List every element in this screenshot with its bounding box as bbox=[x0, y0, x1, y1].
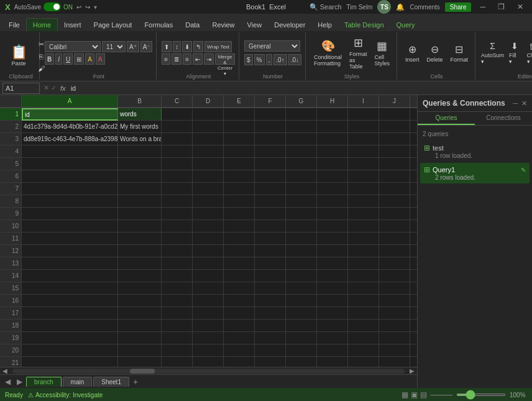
close-button[interactable]: ✕ bbox=[513, 1, 527, 12]
redo-icon[interactable]: ↪ bbox=[85, 4, 90, 11]
indent-decrease-button[interactable]: ⇤ bbox=[193, 53, 203, 65]
tab-table-design[interactable]: Table Design bbox=[338, 19, 390, 31]
col-header-e[interactable]: E bbox=[224, 95, 255, 108]
cell-k1[interactable] bbox=[410, 108, 417, 121]
cell-h12[interactable] bbox=[317, 245, 348, 257]
row-num-13[interactable]: 13 bbox=[0, 257, 22, 270]
cell-d18[interactable] bbox=[193, 320, 224, 332]
cell-e8[interactable] bbox=[224, 195, 255, 208]
cell-g1[interactable] bbox=[286, 108, 317, 121]
search-icon[interactable]: 🔍 Search bbox=[310, 3, 342, 11]
cell-f3[interactable] bbox=[255, 133, 286, 145]
page-break-view-icon[interactable]: ▤ bbox=[420, 390, 427, 399]
cell-a18[interactable] bbox=[22, 320, 118, 332]
cell-j7[interactable] bbox=[379, 183, 410, 195]
cell-i8[interactable] bbox=[348, 195, 379, 208]
decrease-font-button[interactable]: A⁻ bbox=[140, 41, 153, 52]
cell-f15[interactable] bbox=[255, 282, 286, 295]
tab-page-layout[interactable]: Page Layout bbox=[88, 19, 139, 31]
cell-c4[interactable] bbox=[162, 145, 193, 158]
cell-c1[interactable] bbox=[162, 108, 193, 121]
indent-increase-button[interactable]: ⇥ bbox=[204, 53, 214, 65]
cell-a3[interactable]: dd8e919c-c463-4e7b-888a-a2398f5e85ed bbox=[22, 133, 118, 145]
merge-center-button[interactable]: Merge & Center ▾ bbox=[215, 53, 235, 65]
row-num-4[interactable]: 4 bbox=[0, 145, 22, 158]
cell-d12[interactable] bbox=[193, 245, 224, 257]
tab-developer[interactable]: Developer bbox=[268, 19, 311, 31]
cell-reference-input[interactable] bbox=[2, 83, 40, 94]
row-num-3[interactable]: 3 bbox=[0, 133, 22, 145]
format-as-table-button[interactable]: ⊞ Format as Table bbox=[346, 34, 370, 71]
cell-b20[interactable] bbox=[118, 344, 162, 357]
cell-g9[interactable] bbox=[286, 208, 317, 220]
cell-d10[interactable] bbox=[193, 220, 224, 233]
row-num-18[interactable]: 18 bbox=[0, 320, 22, 332]
add-sheet-button[interactable]: + bbox=[131, 377, 140, 387]
cell-a12[interactable] bbox=[22, 245, 118, 257]
cell-h20[interactable] bbox=[317, 344, 348, 357]
cell-k18[interactable] bbox=[410, 320, 417, 332]
cell-f20[interactable] bbox=[255, 344, 286, 357]
cell-j8[interactable] bbox=[379, 195, 410, 208]
tab-home[interactable]: Home bbox=[26, 18, 58, 31]
minimize-button[interactable]: ─ bbox=[476, 1, 489, 12]
cell-g3[interactable] bbox=[286, 133, 317, 145]
query1-edit-icon[interactable]: ✎ bbox=[521, 167, 526, 173]
cell-k12[interactable] bbox=[410, 245, 417, 257]
cell-d5[interactable] bbox=[193, 158, 224, 170]
autosum-button[interactable]: Σ AutoSum ▾ bbox=[480, 39, 505, 67]
cell-a5[interactable] bbox=[22, 158, 118, 170]
sheet-nav-right[interactable]: ▶ bbox=[14, 377, 25, 386]
row-num-10[interactable]: 10 bbox=[0, 220, 22, 233]
cell-a2[interactable]: 4d1c379a-9d4d-4b0b-91e7-a0cd2d649e78 bbox=[22, 121, 118, 133]
cell-k10[interactable] bbox=[410, 220, 417, 233]
cell-f1[interactable] bbox=[255, 108, 286, 121]
cell-c19[interactable] bbox=[162, 332, 193, 344]
cell-i3[interactable] bbox=[348, 133, 379, 145]
cell-f8[interactable] bbox=[255, 195, 286, 208]
cell-j4[interactable] bbox=[379, 145, 410, 158]
cell-h7[interactable] bbox=[317, 183, 348, 195]
cell-i5[interactable] bbox=[348, 158, 379, 170]
scroll-track[interactable] bbox=[12, 369, 405, 374]
cell-a16[interactable] bbox=[22, 295, 118, 307]
user-avatar[interactable]: TS bbox=[377, 0, 391, 14]
cell-c7[interactable] bbox=[162, 183, 193, 195]
cell-k13[interactable] bbox=[410, 257, 417, 270]
cell-i21[interactable] bbox=[348, 357, 379, 367]
formula-input[interactable] bbox=[68, 84, 530, 93]
align-left-button[interactable]: ≡ bbox=[162, 53, 170, 65]
conditional-formatting-button[interactable]: 🎨 Conditional Formatting bbox=[311, 37, 345, 68]
cell-a9[interactable] bbox=[22, 208, 118, 220]
cell-e9[interactable] bbox=[224, 208, 255, 220]
row-num-12[interactable]: 12 bbox=[0, 245, 22, 257]
cell-i11[interactable] bbox=[348, 233, 379, 245]
cell-e6[interactable] bbox=[224, 170, 255, 183]
fill-color-button[interactable]: A bbox=[85, 53, 94, 65]
cell-d11[interactable] bbox=[193, 233, 224, 245]
query-item-query1[interactable]: ⊞ Query1 ✎ 2 rows loaded. bbox=[420, 163, 530, 183]
cell-j18[interactable] bbox=[379, 320, 410, 332]
tab-data[interactable]: Data bbox=[179, 19, 206, 31]
cell-a17[interactable] bbox=[22, 307, 118, 320]
tab-insert[interactable]: Insert bbox=[58, 19, 88, 31]
cell-h21[interactable] bbox=[317, 357, 348, 367]
cell-j14[interactable] bbox=[379, 270, 410, 282]
cell-f7[interactable] bbox=[255, 183, 286, 195]
cell-d4[interactable] bbox=[193, 145, 224, 158]
align-bottom-button[interactable]: ⬇ bbox=[182, 41, 192, 52]
tab-file[interactable]: File bbox=[2, 19, 26, 31]
currency-button[interactable]: $ bbox=[244, 54, 253, 65]
cell-c8[interactable] bbox=[162, 195, 193, 208]
cell-e20[interactable] bbox=[224, 344, 255, 357]
cell-i7[interactable] bbox=[348, 183, 379, 195]
cell-g2[interactable] bbox=[286, 121, 317, 133]
col-header-h[interactable]: H bbox=[317, 95, 348, 108]
cell-i17[interactable] bbox=[348, 307, 379, 320]
cell-c3[interactable] bbox=[162, 133, 193, 145]
cell-g16[interactable] bbox=[286, 295, 317, 307]
cell-j2[interactable] bbox=[379, 121, 410, 133]
cell-j13[interactable] bbox=[379, 257, 410, 270]
cell-b6[interactable] bbox=[118, 170, 162, 183]
cell-g5[interactable] bbox=[286, 158, 317, 170]
